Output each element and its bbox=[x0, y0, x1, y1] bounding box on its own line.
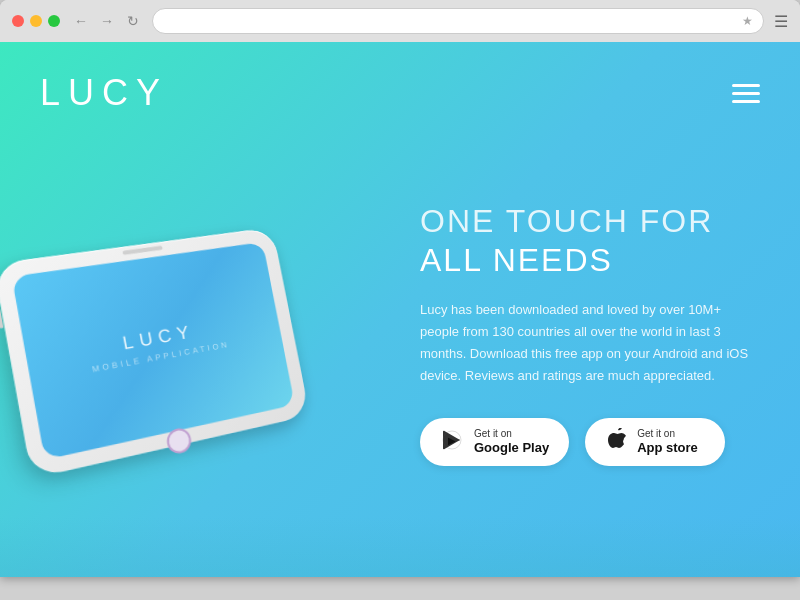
phone-mockup: LUCY MOBILE APPLICATION bbox=[9, 237, 383, 454]
refresh-button[interactable]: ↻ bbox=[124, 12, 142, 30]
app-store-get: Get it on bbox=[637, 428, 698, 440]
browser-titlebar: ← → ↻ ★ ☰ bbox=[0, 0, 800, 42]
window-controls bbox=[12, 15, 60, 27]
browser-navigation: ← → ↻ bbox=[72, 12, 142, 30]
google-play-get: Get it on bbox=[474, 428, 549, 440]
hamburger-line-2 bbox=[732, 92, 760, 95]
google-play-name: Google Play bbox=[474, 440, 549, 456]
minimize-button[interactable] bbox=[30, 15, 42, 27]
app-store-text: Get it on App store bbox=[637, 428, 698, 456]
google-play-button[interactable]: ▶ Get it on Google Play bbox=[420, 418, 569, 466]
address-bar[interactable]: ★ bbox=[152, 8, 764, 34]
close-button[interactable] bbox=[12, 15, 24, 27]
bookmark-icon[interactable]: ★ bbox=[742, 14, 753, 28]
hero-text: ONE TOUCH FOR ALL NEEDS Lucy has been do… bbox=[400, 202, 760, 465]
android-icon: ▶ bbox=[440, 428, 464, 456]
forward-button[interactable]: → bbox=[98, 12, 116, 30]
headline-line1: ONE TOUCH FOR bbox=[420, 202, 760, 240]
app-store-button[interactable]: Get it on App store bbox=[585, 418, 725, 466]
phone-speaker bbox=[122, 246, 162, 255]
website-content: LUCY LUCY MOBILE APPLICATION bbox=[0, 42, 800, 577]
hamburger-line-3 bbox=[732, 100, 760, 103]
phone-screen: LUCY MOBILE APPLICATION bbox=[12, 242, 295, 460]
main-content: LUCY MOBILE APPLICATION ONE TOUCH FOR AL… bbox=[0, 134, 800, 534]
back-button[interactable]: ← bbox=[72, 12, 90, 30]
apple-icon bbox=[605, 428, 627, 456]
hamburger-line-1 bbox=[732, 84, 760, 87]
app-store-name: App store bbox=[637, 440, 698, 456]
hero-description: Lucy has been downloaded and loved by ov… bbox=[420, 299, 760, 387]
google-play-text: Get it on Google Play bbox=[474, 428, 549, 456]
phone-outer: LUCY MOBILE APPLICATION bbox=[0, 227, 310, 478]
browser-menu-icon[interactable]: ☰ bbox=[774, 12, 788, 31]
svg-text:▶: ▶ bbox=[448, 435, 456, 446]
hero-headline: ONE TOUCH FOR ALL NEEDS bbox=[420, 202, 760, 279]
store-buttons: ▶ Get it on Google Play bbox=[420, 418, 760, 466]
maximize-button[interactable] bbox=[48, 15, 60, 27]
headline-line2: ALL NEEDS bbox=[420, 242, 613, 278]
site-header: LUCY bbox=[0, 42, 800, 134]
site-logo: LUCY bbox=[40, 72, 168, 114]
phone-side-button bbox=[0, 306, 4, 328]
hamburger-menu[interactable] bbox=[732, 84, 760, 103]
browser-window: ← → ↻ ★ ☰ LUCY bbox=[0, 0, 800, 577]
